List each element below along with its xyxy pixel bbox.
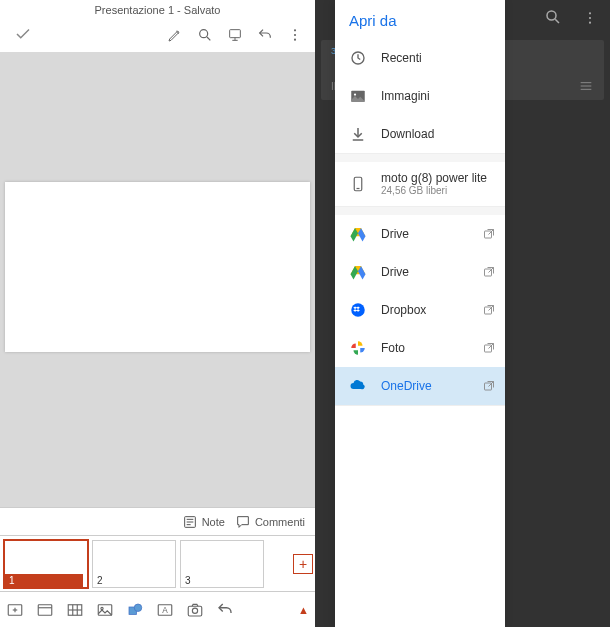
present-icon[interactable]	[227, 25, 243, 43]
add-slide-button[interactable]: +	[293, 554, 313, 574]
menu-images[interactable]: Immagini	[335, 77, 505, 115]
svg-line-1	[207, 37, 210, 40]
image-icon[interactable]	[96, 600, 114, 619]
menu-label: Drive	[381, 265, 491, 279]
external-link-icon	[483, 380, 495, 392]
slide-thumb-3[interactable]: 3	[180, 540, 264, 588]
menu-label: Recenti	[381, 51, 491, 65]
more-vertical-icon[interactable]	[582, 8, 598, 26]
menu-label: Drive	[381, 227, 491, 241]
menu-label: Foto	[381, 341, 491, 355]
drive-icon	[349, 263, 367, 281]
menu-onedrive[interactable]: OneDrive	[335, 367, 505, 405]
undo-icon[interactable]	[257, 25, 273, 43]
external-link-icon	[483, 342, 495, 354]
svg-rect-15	[38, 605, 52, 616]
device-storage: 24,56 GB liberi	[381, 185, 487, 197]
svg-line-52	[489, 268, 494, 273]
open-from-panel: Apri da Recenti Immagini Download moto g…	[335, 0, 505, 627]
phone-icon	[349, 175, 367, 193]
shapes-icon[interactable]	[126, 600, 144, 619]
menu-label: Immagini	[381, 89, 491, 103]
svg-line-57	[489, 344, 494, 349]
app-header: Presentazione 1 - Salvato	[0, 0, 315, 52]
camera-icon[interactable]	[186, 600, 204, 619]
dropbox-icon	[349, 301, 367, 319]
textbox-icon[interactable]: A	[156, 600, 174, 619]
svg-line-59	[489, 382, 494, 387]
drive-icon	[349, 225, 367, 243]
external-link-icon	[483, 228, 495, 240]
image-icon	[349, 87, 367, 105]
menu-label: Dropbox	[381, 303, 491, 317]
slide-canvas-area	[0, 52, 315, 507]
external-link-icon	[483, 304, 495, 316]
comments-label: Commenti	[255, 516, 305, 528]
menu-recent[interactable]: Recenti	[335, 39, 505, 77]
list-icon	[578, 78, 594, 94]
menu-device[interactable]: moto g(8) power lite 24,56 GB liberi	[335, 162, 505, 206]
svg-point-7	[294, 38, 296, 40]
svg-point-28	[547, 11, 556, 20]
slide-canvas[interactable]	[5, 182, 310, 352]
app-toolbar	[8, 18, 307, 50]
svg-point-23	[134, 604, 142, 612]
bottom-toolbar: A ▲	[0, 591, 315, 627]
expand-up-icon[interactable]: ▲	[298, 604, 309, 616]
svg-point-6	[294, 34, 296, 36]
pen-icon[interactable]	[167, 25, 183, 43]
svg-point-27	[192, 608, 197, 613]
menu-dropbox[interactable]: Dropbox	[335, 291, 505, 329]
menu-drive-2[interactable]: Drive	[335, 253, 505, 291]
undo-icon-bottom[interactable]	[216, 600, 234, 619]
menu-foto[interactable]: Foto	[335, 329, 505, 367]
menu-label: Download	[381, 127, 491, 141]
svg-line-29	[555, 20, 559, 24]
notes-button[interactable]: Note	[182, 514, 225, 530]
more-vertical-icon[interactable]	[287, 25, 303, 43]
download-icon	[349, 125, 367, 143]
svg-point-0	[200, 29, 208, 37]
new-slide-icon[interactable]	[6, 600, 24, 619]
menu-label: OneDrive	[381, 379, 491, 393]
panel-title: Apri da	[335, 0, 505, 39]
notes-bar: Note Commenti	[0, 507, 315, 535]
table-icon[interactable]	[66, 600, 84, 619]
svg-point-5	[294, 29, 296, 31]
onedrive-icon	[349, 377, 367, 395]
svg-point-38	[354, 93, 356, 95]
svg-line-47	[489, 230, 494, 235]
done-check-icon[interactable]	[8, 25, 38, 43]
slide-thumbnails: 1 2 3 +	[0, 535, 315, 591]
svg-point-30	[589, 12, 591, 14]
svg-point-31	[589, 17, 591, 19]
layout-icon[interactable]	[36, 600, 54, 619]
notes-label: Note	[202, 516, 225, 528]
svg-text:A: A	[162, 606, 168, 615]
svg-point-32	[589, 21, 591, 23]
search-icon[interactable]	[544, 8, 562, 27]
menu-drive-1[interactable]: Drive	[335, 215, 505, 253]
slide-thumb-2[interactable]: 2	[92, 540, 176, 588]
external-link-icon	[483, 266, 495, 278]
document-title: Presentazione 1 - Salvato	[8, 4, 307, 16]
powerpoint-app: Presentazione 1 - Salvato Note Commenti	[0, 0, 315, 627]
google-photos-icon	[349, 339, 367, 357]
search-icon[interactable]	[197, 25, 213, 43]
device-name: moto g(8) power lite	[381, 171, 487, 185]
clock-icon	[349, 49, 367, 67]
menu-download[interactable]: Download	[335, 115, 505, 153]
svg-line-55	[489, 306, 494, 311]
svg-rect-2	[230, 29, 241, 37]
slide-thumb-1[interactable]: 1	[4, 540, 88, 588]
comments-button[interactable]: Commenti	[235, 514, 305, 530]
